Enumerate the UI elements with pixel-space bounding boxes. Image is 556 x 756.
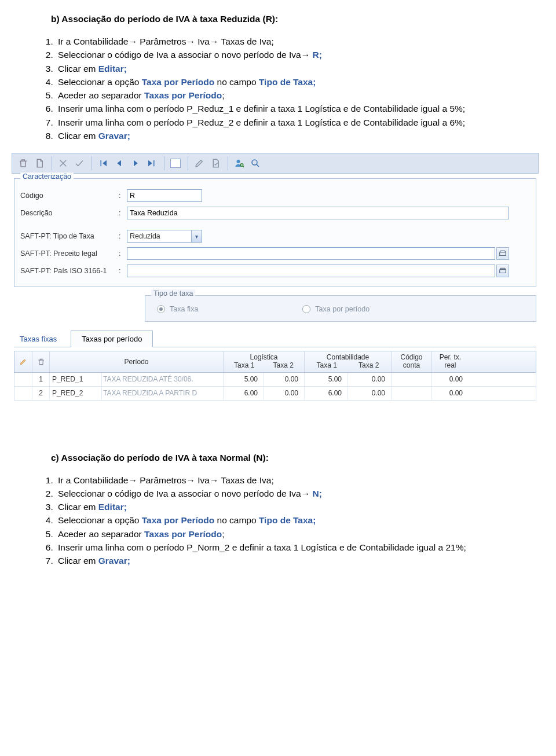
lookup-icon[interactable]	[496, 265, 509, 277]
check-box-icon[interactable]	[168, 156, 183, 171]
li-highlight: Editar;	[98, 502, 127, 512]
find-user-icon[interactable]	[232, 156, 247, 171]
row-pr: 0.00	[431, 387, 469, 400]
row-c2: 0.00	[348, 373, 391, 386]
li-text: Clicar em	[58, 131, 98, 141]
row-l2: 0.00	[264, 387, 304, 400]
row-cc	[391, 387, 431, 400]
toolbar	[12, 153, 539, 174]
li-highlight: Editar;	[98, 64, 127, 74]
li-text: Ir a Contabilidade→ Parâmetros→ Iva→ Tax…	[58, 475, 274, 485]
label-saft-tipo: SAFT-PT: Tipo de Taxa	[20, 232, 119, 240]
new-doc-icon[interactable]	[32, 156, 47, 171]
row-cc	[391, 373, 431, 386]
svg-point-2	[252, 160, 257, 165]
descricao-input[interactable]	[127, 207, 509, 219]
label-saft-preceito: SAFT-PT: Preceito legal	[20, 249, 119, 258]
radio-dot-icon	[302, 305, 310, 313]
li-highlight: Gravar;	[98, 131, 130, 141]
edit-icon[interactable]	[192, 156, 207, 171]
row-l2: 0.00	[264, 373, 304, 386]
li-highlight: Gravar;	[98, 556, 130, 566]
label-codigo: Código	[20, 192, 119, 200]
tipo-taxa-group: Tipo de taxa Taxa fixa Taxa por período	[145, 295, 536, 322]
table-row[interactable]: 1 P_RED_1 TAXA REDUZIDA ATÉ 30/06. 5.00 …	[14, 373, 536, 387]
fieldset-legend: Caracterização	[20, 173, 74, 181]
saft-preceito-input[interactable]	[127, 247, 495, 260]
last-icon[interactable]	[144, 156, 159, 171]
tipo-taxa-legend: Tipo de taxa	[151, 289, 195, 298]
li-text: Inserir uma linha com o período P_Reduz_…	[58, 104, 465, 113]
label-saft-pais: SAFT-PT: País ISO 3166-1	[20, 267, 119, 275]
row-l1: 5.00	[223, 373, 264, 386]
li-text: Inserir uma linha com o período P_Reduz_…	[58, 118, 465, 127]
tab-taxas-fixas[interactable]: Taxas fixas	[20, 331, 57, 347]
th-periodo: Período	[49, 351, 223, 372]
first-icon[interactable]	[96, 156, 111, 171]
row-desc: TAXA REDUZIDA ATÉ 30/06.	[101, 373, 223, 386]
row-code: P_RED_2	[49, 387, 101, 400]
radio-taxa-fixa[interactable]: Taxa fixa	[157, 305, 198, 313]
radio-label: Taxa fixa	[170, 305, 198, 313]
section-b-heading: b) Associação do período de IVA à taxa R…	[51, 14, 521, 24]
saft-pais-input[interactable]	[127, 265, 495, 277]
edit-row-icon[interactable]	[14, 351, 32, 372]
prev-icon[interactable]	[112, 156, 127, 171]
radio-dot-icon	[157, 305, 165, 313]
svg-point-0	[237, 160, 240, 163]
confirm-icon[interactable]	[72, 156, 87, 171]
app-screenshot-panel: Caracterização Código : Descrição : SAFT…	[12, 153, 539, 401]
table-header: Período Logística Taxa 1Taxa 2 Contabili…	[14, 351, 536, 373]
li-text: ;	[222, 90, 224, 100]
cancel-icon[interactable]	[56, 156, 71, 171]
li-text: Clicar em	[58, 64, 98, 74]
row-pr: 0.00	[431, 373, 469, 386]
li-text: Aceder ao separador	[58, 90, 144, 100]
next-icon[interactable]	[128, 156, 143, 171]
codigo-input[interactable]	[127, 189, 202, 202]
li-text: Aceder ao separador	[58, 529, 144, 539]
row-c2: 0.00	[348, 387, 391, 400]
row-desc: TAXA REDUZIDA A PARTIR D	[101, 387, 223, 400]
tabs: Taxas fixas Taxas por período	[20, 330, 536, 347]
li-highlight: R;	[312, 50, 321, 60]
th-contab: Contabilidade Taxa 1Taxa 2	[304, 351, 391, 372]
delete-row-icon[interactable]	[32, 351, 49, 372]
li-text: Clicar em	[58, 556, 98, 566]
li-text: no campo	[214, 515, 259, 525]
li-text: Seleccionar a opção	[58, 77, 142, 87]
th-per-tx-real: Per. tx. real	[431, 351, 469, 372]
li-highlight: Tipo de Taxa;	[259, 515, 316, 525]
radio-taxa-periodo[interactable]: Taxa por período	[302, 305, 370, 313]
section-c-heading: c) Associação do período de IVA à taxa N…	[51, 453, 521, 463]
li-highlight: Tipo de Taxa;	[259, 77, 316, 87]
radio-label: Taxa por período	[315, 305, 370, 313]
tab-taxas-periodo[interactable]: Taxas por período	[71, 331, 153, 347]
saft-tipo-value: Reduzida	[127, 232, 191, 240]
section-c-list: Ir a Contabilidade→ Parâmetros→ Iva→ Tax…	[56, 474, 521, 568]
li-highlight: Taxa por Período	[142, 515, 214, 525]
lookup-icon[interactable]	[496, 247, 509, 260]
li-highlight: Taxa por Período	[142, 77, 214, 87]
edit-doc-icon[interactable]	[208, 156, 223, 171]
li-text: no campo	[214, 77, 259, 87]
row-num: 2	[32, 387, 49, 400]
li-text: Seleccionar o código de Iva a associar o…	[58, 489, 312, 498]
label-descricao: Descrição	[20, 209, 119, 217]
th-logistica: Logística Taxa 1Taxa 2	[223, 351, 304, 372]
row-l1: 6.00	[223, 387, 264, 400]
li-highlight: Taxas por Período	[144, 529, 222, 539]
li-text: Seleccionar a opção	[58, 515, 142, 525]
li-text: Clicar em	[58, 502, 98, 512]
li-text: ;	[222, 529, 224, 539]
li-highlight: N;	[312, 489, 321, 498]
caracterizacao-fieldset: Caracterização Código : Descrição : SAFT…	[14, 178, 536, 287]
find-icon[interactable]	[248, 156, 263, 171]
delete-icon[interactable]	[16, 156, 31, 171]
row-num: 1	[32, 373, 49, 386]
chevron-down-icon[interactable]: ▾	[191, 230, 202, 242]
row-code: P_RED_1	[49, 373, 101, 386]
table-row[interactable]: 2 P_RED_2 TAXA REDUZIDA A PARTIR D 6.00 …	[14, 387, 536, 401]
saft-tipo-combo[interactable]: Reduzida ▾	[127, 230, 202, 243]
th-codigo-conta: Código conta	[391, 351, 431, 372]
